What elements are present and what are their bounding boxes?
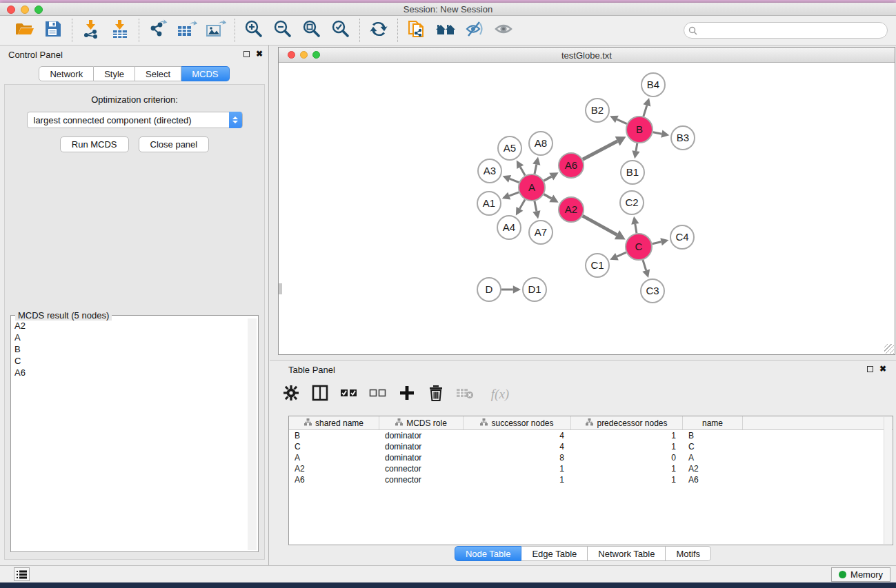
result-item[interactable]: A2	[12, 320, 249, 332]
close-panel-button[interactable]: Close panel	[139, 136, 210, 152]
tab-network[interactable]: Network	[39, 66, 94, 81]
network-view-window[interactable]: testGlobe.txt B4B2BB3A8A5A6A3B1AA1C2A2A4…	[278, 47, 895, 355]
edge-B-B1[interactable]	[636, 143, 637, 151]
column-header-shared-name[interactable]: shared name	[289, 416, 379, 429]
tab-mcds[interactable]: MCDS	[181, 66, 229, 81]
hide-graphics-button[interactable]	[463, 19, 486, 42]
table-toolbar: f(x)	[270, 378, 896, 409]
edge-A-A7[interactable]	[535, 201, 537, 212]
optimization-dropdown[interactable]: largest connected component (directed)	[27, 112, 243, 128]
table-cell: B	[289, 430, 379, 441]
refresh-button[interactable]	[367, 19, 390, 42]
float-panel-icon[interactable]	[243, 51, 250, 57]
edge-A-A4[interactable]	[519, 199, 525, 208]
zoom-out-icon	[273, 19, 292, 41]
table-row[interactable]: A2connector11A2	[289, 463, 893, 474]
tab-style[interactable]: Style	[94, 66, 135, 81]
add-button[interactable]	[398, 385, 416, 403]
close-panel-icon[interactable]: ✖	[256, 50, 263, 57]
result-item[interactable]: C	[12, 355, 249, 367]
zoom-in-button[interactable]	[242, 19, 266, 42]
show-panels-button[interactable]	[14, 567, 30, 581]
node-label-D1: D1	[528, 283, 541, 295]
table-panel: Table Panel ✖ f(x) shared nameMCDS roles…	[270, 360, 896, 567]
edge-C-C2[interactable]	[635, 224, 637, 233]
table-cell: 1	[571, 474, 683, 485]
tab-select[interactable]: Select	[135, 66, 181, 81]
node-label-A6: A6	[565, 159, 577, 171]
table-panel-title: Table Panel	[288, 365, 335, 375]
export-image-button[interactable]	[204, 19, 228, 42]
memory-button[interactable]: Memory	[831, 567, 890, 582]
float-table-panel-icon[interactable]	[867, 366, 873, 372]
network-vertical-scroll-thumb[interactable]	[279, 283, 282, 294]
network-graph-canvas[interactable]: B4B2BB3A8A5A6A3B1AA1C2A2A4A7C4CC1C3DD1	[279, 63, 895, 354]
import-network-button[interactable]	[79, 19, 103, 42]
edge-C-C4[interactable]	[653, 242, 661, 244]
edge-A-A2[interactable]	[544, 194, 551, 199]
eye-button[interactable]	[492, 19, 515, 42]
export-network-button[interactable]	[146, 19, 170, 42]
edge-B-B4[interactable]	[644, 105, 647, 116]
result-item[interactable]: A	[12, 332, 249, 343]
table-cell: 1	[464, 463, 571, 474]
tab-edge-table[interactable]: Edge Table	[521, 546, 588, 561]
edge-A-A8[interactable]	[535, 165, 537, 174]
result-item[interactable]: A6	[12, 367, 249, 378]
node-label-C1: C1	[590, 259, 604, 271]
gear-icon	[283, 385, 299, 404]
gear-button[interactable]	[282, 385, 300, 403]
tab-node-table[interactable]: Node Table	[455, 546, 522, 561]
edge-B-B3[interactable]	[653, 132, 662, 134]
table-cell: connector	[379, 474, 464, 485]
function-button[interactable]: f(x)	[485, 385, 515, 403]
close-table-panel-icon[interactable]: ✖	[879, 365, 886, 372]
node-label-B2: B2	[591, 104, 604, 116]
table-tabs: Node TableEdge TableNetwork TableMotifs	[270, 546, 896, 561]
delete-button[interactable]	[427, 385, 445, 403]
edge-C-C1[interactable]	[617, 252, 626, 256]
home-button[interactable]	[434, 19, 457, 42]
tab-motifs[interactable]: Motifs	[666, 546, 711, 561]
search-input[interactable]	[684, 22, 888, 39]
edge-A-A3[interactable]	[510, 179, 519, 182]
zoom-selected-button[interactable]	[329, 19, 352, 42]
run-mcds-button[interactable]: Run MCDS	[60, 136, 129, 152]
column-header-successor-nodes[interactable]: successor nodes	[464, 416, 571, 429]
edge-A-A5[interactable]	[520, 167, 525, 175]
deselect-all-button[interactable]	[369, 385, 387, 403]
select-all-button[interactable]	[340, 385, 358, 403]
result-item[interactable]: B	[12, 343, 249, 355]
clone-network-button[interactable]	[405, 19, 428, 42]
edge-A6-B[interactable]	[583, 141, 617, 159]
delete-table-button[interactable]	[456, 385, 474, 403]
edge-C-C3[interactable]	[643, 260, 646, 270]
tab-network-table[interactable]: Network Table	[588, 546, 666, 561]
column-header-name[interactable]: name	[683, 416, 743, 429]
export-table-button[interactable]	[175, 19, 199, 42]
table-row[interactable]: A6connector11A6	[289, 474, 893, 485]
window-titlebar[interactable]: Session: New Session	[0, 3, 896, 16]
network-window-titlebar[interactable]: testGlobe.txt	[279, 48, 895, 63]
edge-A-A1[interactable]	[509, 192, 519, 196]
edge-B-B2[interactable]	[617, 119, 626, 124]
edge-A2-C[interactable]	[583, 216, 617, 234]
column-header-predecessor-nodes[interactable]: predecessor nodes	[571, 416, 683, 429]
deselect-all-icon	[369, 387, 387, 401]
columns-button[interactable]	[311, 385, 329, 403]
mcds-result-list[interactable]: A2ABCA6	[12, 320, 249, 551]
result-scrollbar[interactable]	[248, 318, 257, 550]
zoom-fit-button[interactable]	[300, 19, 323, 42]
import-table-button[interactable]	[108, 19, 132, 42]
open-folder-button[interactable]	[12, 19, 36, 42]
column-header-MCDS-role[interactable]: MCDS role	[379, 416, 464, 429]
table-cell: dominator	[379, 430, 464, 441]
zoom-out-button[interactable]	[271, 19, 295, 42]
table-row[interactable]: Bdominator41B	[289, 430, 893, 441]
table-scrollbar[interactable]	[884, 417, 892, 544]
resize-grip-icon[interactable]	[884, 344, 894, 354]
table-row[interactable]: Adominator80A	[289, 452, 893, 463]
save-button[interactable]	[41, 19, 65, 42]
edge-A-A6[interactable]	[544, 176, 551, 181]
table-row[interactable]: Cdominator41C	[289, 441, 893, 452]
